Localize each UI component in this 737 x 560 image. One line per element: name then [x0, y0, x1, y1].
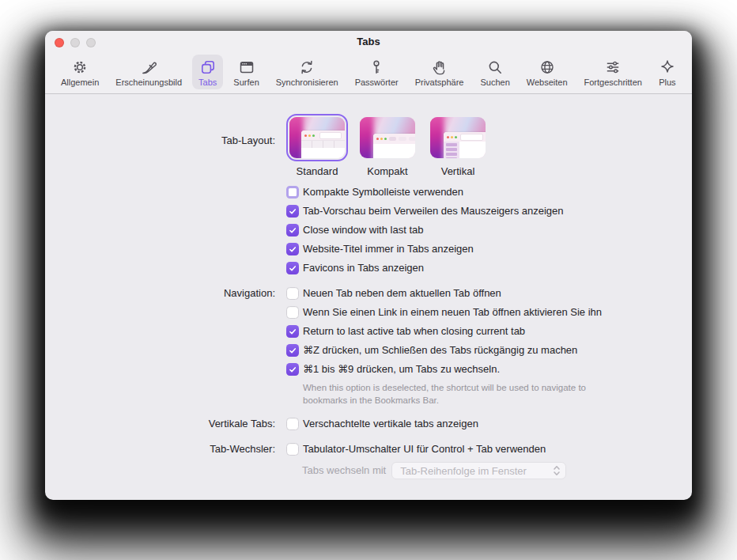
checkbox-close-window-last-tab[interactable]	[286, 224, 299, 236]
globe-icon	[539, 59, 556, 76]
tab-layout-option-kompakt[interactable]: Kompakt	[357, 114, 418, 178]
checkbox-label: Verschachtelte vertikale tabs anzeigen	[303, 418, 478, 430]
checkbox-label: Return to last active tab when closing c…	[303, 325, 525, 338]
hand-icon	[431, 59, 448, 76]
check-icon	[288, 365, 297, 374]
toolbar-item-label: Suchen	[480, 78, 509, 87]
toolbar-item-label: Synchronisieren	[276, 78, 338, 87]
checkbox-row: Favicons in Tabs anzeigen	[45, 262, 692, 274]
note-row: When this option is deselected, the shor…	[45, 382, 692, 407]
tab-order-dropdown[interactable]: Tab-Reihenfolge im Fenster	[391, 462, 566, 479]
toolbar-item-label: Passwörter	[355, 78, 399, 87]
checkbox-row: ⌘1 bis ⌘9 drücken, um Tabs zu wechseln.	[45, 363, 692, 376]
toolbar-item-label: Privatsphäre	[415, 78, 464, 87]
sync-arrows-icon	[298, 59, 316, 76]
checkbox-row: ⌘Z drücken, um Schließen des Tabs rückgä…	[45, 344, 692, 357]
checkbox-row: Tab-Wechsler: Tabulator-Umschalter UI fü…	[45, 443, 692, 456]
paintbrush-icon	[140, 59, 157, 76]
checkbox-label: Kompakte Symbolleiste verwenden	[303, 186, 463, 199]
switch-tabs-with-label: Tabs wechseln mit	[302, 462, 386, 479]
checkbox-favicons[interactable]	[286, 262, 299, 274]
key-icon	[368, 59, 385, 76]
checkbox-website-title[interactable]	[286, 243, 299, 255]
toolbar-item-surfen[interactable]: Surfen	[227, 55, 265, 89]
kompakt-layout-thumbnail	[360, 117, 415, 158]
checkbox-cmd-number-switch[interactable]	[286, 363, 299, 376]
tab-layout-row: Tab-Layout:	[45, 114, 692, 178]
toolbar-item-label: Plus	[659, 78, 675, 87]
tab-layout-options: Standard	[286, 114, 489, 178]
checkbox-compact-toolbar[interactable]	[286, 186, 299, 199]
checkbox-label: Tabulator-Umschalter UI für Control + Ta…	[303, 443, 546, 456]
tabs-preferences-pane: Tab-Layout:	[45, 94, 692, 479]
check-icon	[288, 206, 297, 216]
tab-layout-option-vertikal[interactable]: Vertikal	[427, 114, 489, 178]
tab-layout-label: Tab-Layout:	[45, 114, 286, 147]
vertikal-layout-thumbnail	[430, 117, 486, 158]
toolbar-item-label: Webseiten	[527, 78, 568, 87]
check-icon	[288, 244, 297, 254]
checkbox-row: Website-Titel immer in Tabs anzeigen	[45, 243, 692, 255]
checkbox-label: Close window with last tab	[303, 224, 423, 236]
magnifier-icon	[486, 59, 504, 76]
checkbox-label: ⌘1 bis ⌘9 drücken, um Tabs zu wechseln.	[303, 363, 500, 376]
switch-tabs-with-row: Tabs wechseln mit Tab-Reihenfolge im Fen…	[286, 462, 692, 479]
toolbar-item-webseiten[interactable]: Webseiten	[520, 55, 574, 89]
browser-window-icon	[238, 59, 255, 76]
tab-layout-option-standard[interactable]: Standard	[286, 114, 348, 178]
checkbox-nested-vertical-tabs[interactable]	[286, 418, 299, 430]
chevron-updown-icon	[552, 464, 561, 477]
checkbox-label: ⌘Z drücken, um Schließen des Tabs rückgä…	[303, 344, 577, 357]
checkbox-row: Wenn Sie einen Link in einem neuen Tab ö…	[45, 306, 692, 319]
toolbar-item-plus[interactable]: Plus	[652, 55, 682, 89]
check-icon	[288, 263, 297, 273]
toolbar-item-passwoerter[interactable]: Passwörter	[349, 55, 405, 89]
check-icon	[288, 346, 297, 355]
sparkle-icon	[659, 59, 676, 76]
check-icon	[288, 327, 297, 336]
checkbox-tab-preview[interactable]	[286, 205, 299, 218]
sliders-icon	[604, 59, 622, 76]
check-icon	[288, 225, 297, 235]
checkbox-return-last-active-tab[interactable]	[286, 325, 299, 338]
toolbar-item-synchronisieren[interactable]: Synchronisieren	[270, 55, 345, 89]
checkbox-cmd-z-reopen[interactable]	[286, 344, 299, 357]
checkbox-label: Tab-Vorschau beim Verweilen des Mauszeig…	[303, 205, 564, 218]
toolbar-item-label: Tabs	[198, 78, 217, 87]
window-title: Tabs	[45, 31, 692, 51]
checkbox-label: Favicons in Tabs anzeigen	[303, 262, 424, 274]
titlebar[interactable]: Tabs	[45, 31, 692, 51]
toolbar-item-erscheinungsbild[interactable]: Erscheinungsbild	[109, 55, 188, 89]
tab-order-dropdown-value: Tab-Reihenfolge im Fenster	[400, 465, 552, 477]
checkbox-label: Wenn Sie einen Link in einem neuen Tab ö…	[303, 306, 602, 319]
checkbox-label: Neuen Tab neben dem aktuellen Tab öffnen	[303, 287, 501, 300]
toolbar-item-label: Allgemein	[61, 78, 99, 87]
navigation-section-label: Navigation:	[45, 287, 286, 300]
tab-switcher-section-label: Tab-Wechsler:	[45, 443, 286, 456]
toolbar-item-allgemein[interactable]: Allgemein	[55, 55, 105, 89]
preferences-window: Tabs Allgemein	[45, 31, 692, 500]
checkbox-label: Website-Titel immer in Tabs anzeigen	[303, 243, 474, 255]
toolbar-item-suchen[interactable]: Suchen	[474, 55, 516, 89]
checkbox-row: Return to last active tab when closing c…	[45, 325, 692, 338]
gear-icon	[71, 59, 89, 76]
checkbox-row: Tab-Vorschau beim Verweilen des Mauszeig…	[45, 205, 692, 218]
standard-layout-thumbnail	[289, 117, 345, 158]
shortcut-help-note: When this option is deselected, the shor…	[303, 382, 597, 407]
window-chrome: Tabs Allgemein	[45, 31, 692, 94]
checkbox-row: Kompakte Symbolleiste verwenden	[45, 186, 692, 199]
checkbox-tab-switcher-ui[interactable]	[286, 443, 299, 456]
selection-ring	[427, 114, 489, 161]
toolbar-item-tabs[interactable]: Tabs	[192, 55, 223, 89]
vertical-tabs-section-label: Vertikale Tabs:	[45, 418, 286, 430]
toolbar-item-label: Surfen	[233, 78, 259, 87]
checkbox-row: Close window with last tab	[45, 224, 692, 236]
toolbar-item-label: Erscheinungsbild	[115, 78, 182, 87]
toolbar-item-privatsphaere[interactable]: Privatsphäre	[409, 55, 471, 89]
layout-option-caption: Standard	[297, 165, 338, 178]
toolbar-item-fortgeschritten[interactable]: Fortgeschritten	[578, 55, 648, 89]
checkbox-new-tab-next[interactable]	[286, 287, 299, 300]
tabs-icon	[199, 59, 217, 76]
checkbox-activate-new-tab-link[interactable]	[286, 306, 299, 319]
checkbox-row: Vertikale Tabs: Verschachtelte vertikale…	[45, 418, 692, 430]
